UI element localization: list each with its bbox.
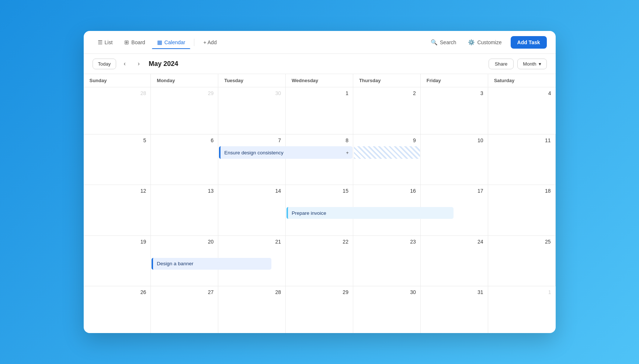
today-label: Today [98,61,111,67]
day-25-may[interactable]: 25 [488,236,556,286]
day-31-may[interactable]: 31 [421,286,488,333]
search-icon: 🔍 [431,39,438,46]
day-9-may[interactable]: 9 [353,134,421,185]
day-26-may[interactable]: 26 [84,286,151,333]
gear-icon: ⚙️ [468,39,475,46]
month-select-button[interactable]: Month ▾ [517,59,546,69]
day-10-may[interactable]: 10 [421,134,488,185]
day-6-may[interactable]: 6 [151,134,218,185]
add-view-button[interactable]: + Add [198,36,222,48]
share-label: Share [495,61,508,67]
day-12-may[interactable]: 12 [84,185,151,235]
day-5-may[interactable]: 5 [84,134,151,185]
week-row-4: 19 20 21 22 23 24 25 Design a banner [84,236,556,286]
event-design-consistency-label: Ensure design consistency [224,150,284,155]
tab-list-label: List [105,39,113,45]
share-button[interactable]: Share [489,59,514,69]
tab-calendar-label: Calendar [164,39,185,45]
day-header-friday: Friday [421,74,488,87]
event-design-banner-label: Design a banner [157,261,193,266]
customize-button[interactable]: ⚙️ Customize [463,36,507,49]
day-14-may[interactable]: 14 [218,185,286,235]
event-design-consistency[interactable]: Ensure design consistency + [219,146,353,159]
day-22-may[interactable]: 22 [286,236,353,286]
day-header-saturday: Saturday [488,74,556,87]
day-1-may[interactable]: 1 [286,87,353,134]
day-11-may[interactable]: 11 [488,134,556,185]
customize-label: Customize [477,39,501,45]
calendar-grid: Sunday Monday Tuesday Wednesday Thursday… [84,74,556,333]
event-prepare-invoice[interactable]: Prepare invoice [286,207,454,219]
event-design-banner[interactable]: Design a banner [152,258,271,270]
month-title: May 2024 [149,60,178,68]
calendar-icon: ▦ [157,39,162,46]
day-3-may[interactable]: 3 [421,87,488,134]
prev-month-button[interactable]: ‹ [119,58,130,69]
day-27-may[interactable]: 27 [151,286,218,333]
week-row-5: 26 27 28 29 30 31 1 [84,286,556,333]
event-add-icon: + [346,150,349,155]
calendar-toolbar: Today ‹ › May 2024 Share Month ▾ [84,54,556,74]
day-header-wednesday: Wednesday [286,74,353,87]
day-19-may[interactable]: 19 [84,236,151,286]
weeks-container: 28 29 30 1 2 3 4 5 6 7 8 9 10 11 Ensure … [84,87,556,333]
left-arrow-icon: ‹ [124,60,126,67]
day-28-prev[interactable]: 28 [84,87,151,134]
day-2-may[interactable]: 2 [353,87,421,134]
app-window: ☰ List ⊞ Board ▦ Calendar + Add 🔍 Search… [84,31,556,333]
board-icon: ⊞ [124,39,129,46]
day-24-may[interactable]: 24 [421,236,488,286]
search-button[interactable]: 🔍 Search [426,36,461,49]
chevron-down-icon: ▾ [539,61,541,67]
week-row-1: 28 29 30 1 2 3 4 [84,87,556,134]
next-month-button[interactable]: › [133,58,144,69]
top-nav: ☰ List ⊞ Board ▦ Calendar + Add 🔍 Search… [84,31,556,54]
day-headers: Sunday Monday Tuesday Wednesday Thursday… [84,74,556,87]
day-header-tuesday: Tuesday [218,74,286,87]
day-header-thursday: Thursday [353,74,421,87]
day-header-monday: Monday [151,74,218,87]
day-30-may[interactable]: 30 [353,286,421,333]
search-label: Search [440,39,456,45]
tab-board-label: Board [131,39,145,45]
list-icon: ☰ [98,39,103,46]
event-prepare-invoice-label: Prepare invoice [292,210,326,216]
nav-divider [194,39,194,46]
add-view-label: + Add [203,39,216,45]
day-7-may[interactable]: 7 [218,134,286,185]
month-select-label: Month [523,61,536,67]
tab-board[interactable]: ⊞ Board [119,36,150,49]
tab-calendar[interactable]: ▦ Calendar [152,36,191,49]
cal-toolbar-right: Share Month ▾ [489,59,547,69]
add-task-label: Add Task [517,39,540,45]
add-task-button[interactable]: Add Task [511,36,547,49]
week-row-3: 12 13 14 15 16 17 18 Prepare invoice [84,185,556,235]
day-1-next[interactable]: 1 [488,286,556,333]
day-29-may[interactable]: 29 [286,286,353,333]
today-button[interactable]: Today [93,59,117,69]
week-row-2: 5 6 7 8 9 10 11 Ensure design consistenc… [84,134,556,185]
tab-list[interactable]: ☰ List [93,36,118,49]
right-arrow-icon: › [138,60,140,67]
day-8-may[interactable]: 8 [286,134,353,185]
day-header-sunday: Sunday [84,74,151,87]
day-4-may[interactable]: 4 [488,87,556,134]
day-23-may[interactable]: 23 [353,236,421,286]
day-13-may[interactable]: 13 [151,185,218,235]
day-30-prev[interactable]: 30 [218,87,286,134]
day-29-prev[interactable]: 29 [151,87,218,134]
day-28-may[interactable]: 28 [218,286,286,333]
day-18-may[interactable]: 18 [488,185,556,235]
